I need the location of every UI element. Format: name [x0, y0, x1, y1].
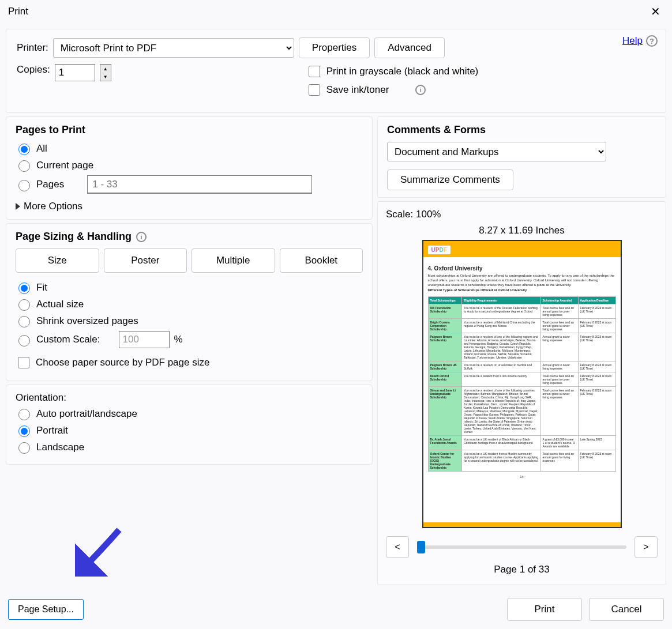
- booklet-button[interactable]: Booklet: [280, 248, 363, 273]
- fit-label: Fit: [36, 282, 47, 293]
- dialog-title: Print: [8, 6, 28, 17]
- print-button[interactable]: Print: [507, 598, 582, 621]
- page-setup-button[interactable]: Page Setup...: [8, 599, 84, 620]
- pages-input[interactable]: [87, 175, 312, 194]
- footer: Page Setup... Print Cancel: [0, 591, 672, 629]
- sizing-title: Page Sizing & Handling: [16, 231, 132, 243]
- custom-scale-radio[interactable]: [18, 335, 30, 346]
- preview-slider[interactable]: [417, 545, 626, 549]
- pages-to-print-panel: Pages to Print All Current page Pages: [6, 116, 373, 220]
- summarize-comments-button[interactable]: Summarize Comments: [387, 170, 513, 190]
- preview-page-num: 14: [428, 475, 616, 479]
- properties-button[interactable]: Properties: [299, 37, 370, 58]
- orientation-panel: Orientation: Auto portrait/landscape Por…: [6, 385, 373, 465]
- preview-footer-bar: [423, 522, 621, 527]
- shrink-label: Shrink oversized pages: [36, 315, 138, 327]
- comments-forms-panel: Comments & Forms Document and Markups Su…: [377, 116, 666, 198]
- poster-button[interactable]: Poster: [104, 248, 187, 273]
- copies-up-button[interactable]: ▲: [100, 65, 111, 73]
- choose-paper-checkbox[interactable]: [18, 357, 29, 368]
- portrait-label: Portrait: [36, 425, 68, 436]
- printer-label: Printer:: [17, 42, 48, 54]
- fit-radio[interactable]: [18, 283, 30, 294]
- more-options-label: More Options: [24, 201, 82, 212]
- copies-down-button[interactable]: ▼: [100, 73, 111, 81]
- orientation-title: Orientation:: [16, 392, 363, 404]
- pages-radio[interactable]: [18, 180, 30, 191]
- comments-forms-title: Comments & Forms: [387, 124, 656, 136]
- auto-orientation-label: Auto portrait/landscape: [36, 408, 137, 420]
- more-options-toggle[interactable]: More Options: [16, 201, 363, 212]
- landscape-radio[interactable]: [18, 442, 30, 454]
- portrait-radio[interactable]: [18, 425, 30, 437]
- help-link[interactable]: Help: [622, 35, 643, 47]
- shrink-radio[interactable]: [18, 316, 30, 327]
- auto-orientation-radio[interactable]: [18, 409, 30, 420]
- advanced-button[interactable]: Advanced: [374, 37, 445, 58]
- actual-size-radio[interactable]: [18, 299, 30, 311]
- preview-page: UPDF 4. Oxford University Most scholarsh…: [422, 240, 622, 528]
- multiple-button[interactable]: Multiple: [192, 248, 275, 273]
- doc-heading: 4. Oxford University: [428, 265, 616, 272]
- titlebar: Print ✕: [0, 0, 672, 23]
- save-ink-checkbox[interactable]: [309, 84, 320, 96]
- preview-prev-button[interactable]: <: [386, 536, 409, 558]
- printer-select[interactable]: Microsoft Print to PDF: [53, 38, 294, 58]
- printer-section: Help ? Printer: Microsoft Print to PDF P…: [6, 29, 666, 113]
- slider-thumb[interactable]: [417, 541, 425, 553]
- grayscale-checkbox[interactable]: [309, 66, 320, 77]
- pages-to-print-title: Pages to Print: [16, 124, 363, 136]
- doc-p1: Most scholarships at Oxford University a…: [428, 274, 616, 287]
- current-page-radio[interactable]: [18, 160, 30, 172]
- custom-scale-input[interactable]: [119, 331, 170, 348]
- dimensions-label: 8.27 x 11.69 Inches: [386, 225, 658, 236]
- preview-header-bar: [423, 241, 621, 257]
- copies-label: Copies:: [17, 64, 50, 76]
- choose-paper-label: Choose paper source by PDF page size: [36, 357, 209, 368]
- preview-next-button[interactable]: >: [635, 536, 658, 558]
- all-label: All: [36, 143, 47, 155]
- scholarship-table: Total ScholarshipsEligibility Requiremen…: [428, 296, 616, 472]
- chevron-right-icon: [16, 203, 20, 210]
- close-icon[interactable]: ✕: [647, 5, 664, 18]
- help-info-icon[interactable]: ?: [646, 35, 658, 47]
- preview-area: Scale: 100% 8.27 x 11.69 Inches UPDF 4. …: [377, 201, 666, 585]
- all-radio[interactable]: [18, 144, 30, 155]
- page-sizing-panel: Page Sizing & Handling i Size Poster Mul…: [6, 223, 373, 381]
- copies-spinner: ▲ ▼: [100, 64, 111, 81]
- custom-scale-label: Custom Scale:: [36, 334, 100, 345]
- size-button[interactable]: Size: [16, 248, 99, 273]
- actual-size-label: Actual size: [36, 299, 84, 310]
- info-icon[interactable]: i: [136, 232, 147, 242]
- page-indicator: Page 1 of 33: [386, 564, 658, 575]
- landscape-label: Landscape: [36, 442, 84, 453]
- pages-label: Pages: [36, 179, 64, 190]
- grayscale-label: Print in grayscale (black and white): [326, 66, 479, 77]
- current-page-label: Current page: [36, 160, 93, 171]
- scale-label: Scale: 100%: [386, 209, 658, 220]
- updf-logo: UPDF: [428, 246, 450, 254]
- copies-input[interactable]: [55, 64, 95, 81]
- cancel-button[interactable]: Cancel: [589, 598, 664, 621]
- doc-p2: Different Types of Scholarships Offered …: [428, 288, 616, 293]
- print-dialog: Print ✕ Help ? Printer: Microsoft Print …: [0, 0, 672, 629]
- info-icon[interactable]: i: [415, 85, 426, 95]
- percent-label: %: [174, 334, 183, 345]
- save-ink-label: Save ink/toner: [326, 84, 389, 96]
- comments-forms-select[interactable]: Document and Markups: [387, 142, 606, 161]
